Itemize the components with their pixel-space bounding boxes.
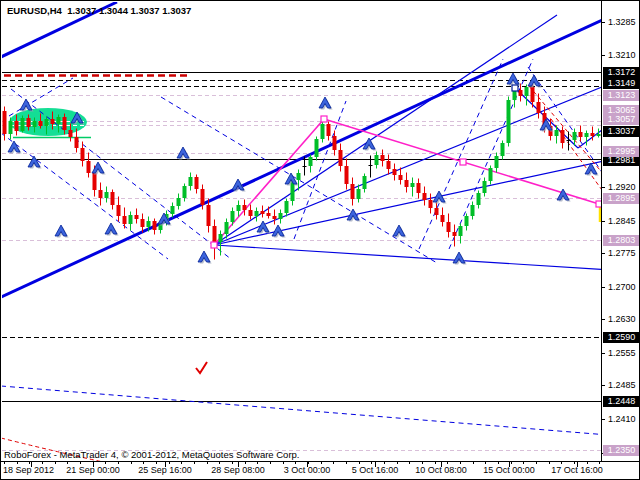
price-tick (601, 287, 605, 288)
time-minor-tick (574, 462, 575, 464)
check-mark-icon (196, 362, 207, 373)
candle (363, 176, 367, 189)
swing-marker-icon (393, 225, 407, 238)
time-tick-label: 25 Sep 16:00 (138, 465, 192, 475)
time-minor-tick (17, 462, 18, 464)
trendline-handle[interactable] (211, 242, 217, 248)
time-minor-tick (561, 462, 562, 464)
price-tick-label: 1.3210 (608, 50, 636, 61)
symbol-header: EURUSD,H4 1.3037 1.3044 1.3037 1.3037 (7, 5, 191, 16)
time-tick-label: 21 Sep 00:00 (66, 465, 120, 475)
candle (237, 205, 241, 211)
price-level-label: 1.2995 (603, 146, 640, 157)
time-tick-label: 28 Sep 08:00 (211, 465, 265, 475)
candle (129, 215, 133, 224)
candle (27, 118, 31, 127)
price-tick (601, 353, 605, 354)
price-tick-label: 1.2700 (608, 282, 636, 293)
candle (171, 206, 175, 214)
time-minor-tick (118, 462, 119, 464)
time-minor-tick (511, 462, 512, 464)
candle (261, 211, 265, 214)
price-tick (601, 385, 605, 386)
candle (117, 205, 121, 216)
price-tick (601, 253, 605, 254)
candle (495, 156, 499, 168)
time-minor-tick (371, 462, 372, 464)
candle (123, 216, 127, 224)
price-level-label: 1.2448 (603, 396, 640, 407)
price-scale-separator (601, 1, 602, 461)
candle (387, 161, 391, 169)
candle (393, 169, 397, 175)
symbol-timeframe-label: EURUSD,H4 (7, 5, 62, 16)
price-tick-label: 1.2920 (608, 182, 636, 193)
candle (555, 130, 559, 136)
candle (351, 184, 355, 199)
candle (267, 213, 271, 216)
candle (105, 192, 109, 198)
candle (57, 117, 61, 124)
time-minor-tick (346, 462, 347, 464)
mt4-chart-window: EURUSD,H4 1.3037 1.3044 1.3037 1.3037 Ro… (0, 0, 640, 480)
candle (423, 193, 427, 200)
swing-marker-icon (105, 223, 119, 236)
candle (63, 117, 67, 130)
candle (213, 226, 217, 242)
candle (507, 100, 511, 143)
candle (219, 234, 223, 242)
time-minor-tick (67, 462, 68, 464)
time-minor-tick (232, 462, 233, 464)
chart-canvas[interactable] (1, 1, 640, 480)
price-level-label: 1.3172 (603, 67, 640, 78)
time-minor-tick (498, 462, 499, 464)
candle (9, 121, 13, 134)
time-minor-tick (295, 462, 296, 464)
candle (21, 118, 25, 131)
candle (327, 124, 331, 136)
candle (3, 111, 7, 134)
price-level-label: 1.2803 (603, 235, 640, 246)
candle (285, 201, 289, 213)
candle (243, 205, 247, 210)
price-level-label: 1.2590 (603, 332, 640, 343)
time-minor-tick (435, 462, 436, 464)
time-minor-tick (473, 462, 474, 464)
candle (207, 205, 211, 226)
current-price-label: 1.3037 (603, 126, 640, 137)
time-minor-tick (447, 462, 448, 464)
time-tick-label: 15 Oct 00:00 (483, 465, 535, 475)
candle (447, 222, 451, 232)
time-minor-tick (384, 462, 385, 464)
time-minor-tick (4, 462, 5, 464)
time-minor-tick (599, 462, 600, 464)
chart-objects (1, 2, 640, 465)
trendline-handle[interactable] (460, 159, 466, 165)
trendline-handle[interactable] (512, 85, 518, 91)
candle (405, 180, 409, 187)
candle (177, 198, 181, 206)
swing-marker-icon (507, 73, 521, 86)
time-minor-tick (422, 462, 423, 464)
swing-marker-icon (528, 75, 542, 88)
candle (435, 208, 439, 215)
candle (225, 222, 229, 234)
swing-marker-icon (55, 225, 69, 238)
time-minor-tick (105, 462, 106, 464)
candle (519, 90, 523, 96)
candle (255, 211, 259, 216)
trendline-handle[interactable] (321, 116, 327, 122)
price-tick (601, 55, 605, 56)
candle (309, 157, 313, 166)
time-minor-tick (333, 462, 334, 464)
candle (357, 189, 361, 199)
time-minor-tick (523, 462, 524, 464)
candle (333, 136, 337, 150)
time-tick-label: 10 Oct 08:00 (415, 465, 467, 475)
candle (321, 124, 325, 139)
price-tick (601, 319, 605, 320)
candle (531, 87, 535, 102)
candle (249, 210, 253, 216)
time-tick-label: 3 Oct 00:00 (284, 465, 331, 475)
candle (297, 173, 301, 180)
